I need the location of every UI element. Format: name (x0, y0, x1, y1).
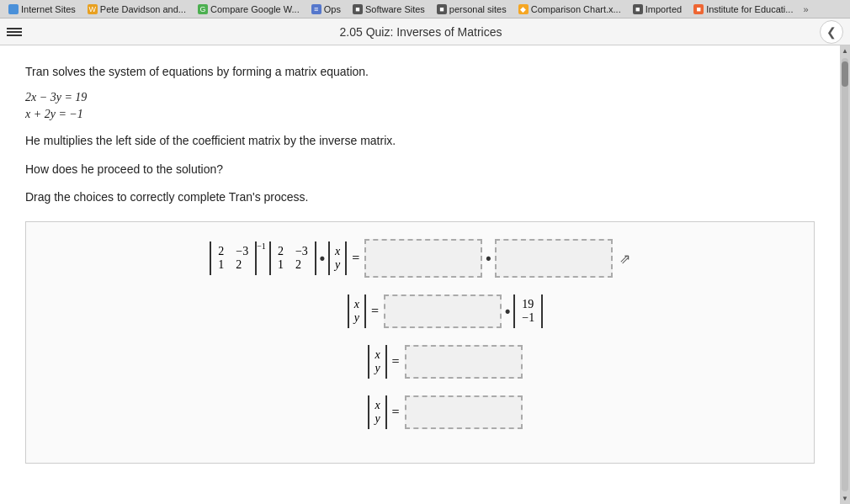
tab-comparison[interactable]: ◆ Comparison Chart.x... (513, 2, 626, 17)
m2-r1-c1: 2 (278, 245, 284, 258)
vec-xy-2-y: y (354, 311, 359, 325)
tab-google[interactable]: G Compare Google W... (193, 2, 305, 17)
tab-institute[interactable]: ■ Institute for Educati... (688, 2, 798, 17)
matrix-row-1-r2: 1 2 (218, 258, 248, 272)
vec-xy-3-y: y (375, 362, 380, 375)
hamburger-line3 (7, 34, 22, 36)
dot-3: • (505, 303, 510, 321)
tab-bar: Internet Sites W Pete Davidson and... G … (0, 0, 850, 19)
problem-line4: Drag the choices to correctly complete T… (25, 188, 815, 208)
m1-r2-c2: 2 (236, 258, 242, 272)
tab-label-pete: Pete Davidson and... (100, 4, 186, 14)
problem-line1: Tran solves the system of equations by f… (25, 62, 815, 82)
const-vec-19: 19 (522, 298, 534, 311)
tab-ops[interactable]: ≡ Ops (306, 2, 346, 17)
problem-line2: He multiplies the left side of the coeff… (25, 131, 815, 151)
matrix-bracket-2: 2 −3 1 2 (269, 241, 316, 275)
math-display: 2 −3 1 2 −1 2 −3 (25, 221, 815, 464)
tab-favicon-institute: ■ (693, 4, 704, 14)
problem-line3: How does he proceed to the solution? (25, 160, 815, 180)
hamburger-line2 (7, 31, 22, 33)
equals-4: = (392, 405, 400, 420)
tab-label-internet: Internet Sites (21, 4, 76, 14)
scroll-up-arrow[interactable]: ▲ (842, 47, 848, 55)
vec-xy-1-y: y (335, 258, 340, 272)
drop-box-5[interactable] (405, 395, 523, 429)
vec-xy-1: x y (328, 241, 347, 275)
tab-label-ops: Ops (324, 4, 341, 14)
tab-favicon-software: ■ (353, 4, 363, 14)
scrollbar-right[interactable]: ▲ ▼ (840, 45, 850, 504)
tab-favicon-comparison: ◆ (518, 4, 529, 14)
page-title: 2.05 Quiz: Inverses of Matrices (29, 25, 813, 39)
vec-xy-4-x: x (375, 399, 380, 412)
vec-xy-3-x: x (375, 348, 380, 362)
tab-internet-sites[interactable]: Internet Sites (3, 2, 81, 17)
const-vec: 19 −1 (513, 294, 543, 328)
tab-favicon-pete: W (88, 4, 98, 14)
content-panel: Tran solves the system of equations by f… (0, 45, 840, 504)
tab-pete[interactable]: W Pete Davidson and... (82, 2, 191, 17)
back-button[interactable]: ❮ (820, 20, 843, 44)
matrix-row-2-r2: 1 2 (278, 258, 308, 272)
drop-box-4[interactable] (405, 345, 523, 379)
hamburger-line1 (7, 28, 22, 29)
scroll-track[interactable] (842, 58, 848, 491)
main-area: Tran solves the system of equations by f… (0, 45, 850, 504)
tab-favicon-imported: ■ (633, 4, 643, 14)
m1-r2-c1: 1 (218, 258, 224, 272)
equals-3: = (392, 354, 400, 369)
cursor-icon: ⇗ (619, 251, 630, 267)
tab-label-institute: Institute for Educati... (706, 4, 793, 14)
toolbar: 2.05 Quiz: Inverses of Matrices ❮ (0, 19, 850, 45)
math-row-3: x y = (102, 345, 789, 379)
dot-2: • (486, 250, 491, 268)
const-vec-neg1: −1 (522, 311, 534, 325)
vec-xy-4-y: y (375, 412, 380, 426)
math-row-2: x y = • 19 −1 (102, 294, 789, 328)
back-icon: ❮ (826, 25, 837, 39)
vec-xy-1-x: x (335, 245, 340, 258)
drop-box-2[interactable] (495, 239, 613, 278)
m2-r2-c1: 1 (278, 258, 284, 272)
tab-software[interactable]: ■ Software Sites (348, 2, 430, 17)
tab-favicon-ops: ≡ (311, 4, 321, 14)
matrix-bracket-1: 2 −3 1 2 (210, 241, 257, 275)
tab-favicon-personal: ■ (437, 4, 447, 14)
m1-r1-c1: 2 (218, 245, 224, 258)
tab-label-comparison: Comparison Chart.x... (531, 4, 621, 14)
dot-1: • (320, 250, 325, 268)
equals-2: = (371, 304, 379, 319)
equation-2: x + 2y = −1 (25, 108, 815, 121)
tab-label-imported: Imported (645, 4, 682, 14)
tab-label-software: Software Sites (365, 4, 425, 14)
tab-imported[interactable]: ■ Imported (628, 2, 687, 17)
equals-1: = (352, 251, 359, 266)
vec-xy-2-x: x (354, 298, 359, 311)
tab-label-google: Compare Google W... (210, 4, 300, 14)
matrix-row-1-r1: 2 −3 (218, 245, 248, 258)
tab-favicon-google: G (198, 4, 208, 14)
tab-personal[interactable]: ■ personal sites (432, 2, 512, 17)
vec-xy-2: x y (348, 294, 366, 328)
superscript-neg1: −1 (257, 241, 266, 251)
drop-box-1[interactable] (364, 239, 482, 278)
matrix-row-2-r1: 2 −3 (278, 245, 308, 258)
m1-r1-c2: −3 (236, 245, 248, 258)
m2-r1-c2: −3 (295, 245, 308, 258)
scroll-thumb[interactable] (842, 61, 848, 87)
matrix-coeff-inv: 2 −3 1 2 −1 (210, 241, 266, 275)
tab-label-personal: personal sites (449, 4, 507, 14)
equation-1: 2x − 3y = 19 (25, 91, 815, 104)
m2-r2-c2: 2 (295, 258, 301, 272)
math-row-1: 2 −3 1 2 −1 2 −3 (51, 239, 789, 278)
vec-xy-3: x y (368, 345, 386, 379)
more-tabs-button[interactable]: » (803, 4, 808, 14)
tab-favicon-internet (8, 4, 19, 14)
drop-box-3[interactable] (384, 294, 502, 328)
hamburger-menu[interactable] (7, 28, 22, 36)
vec-xy-4: x y (368, 395, 386, 429)
scroll-down-arrow[interactable]: ▼ (842, 495, 848, 502)
math-row-4: x y = (102, 395, 789, 429)
